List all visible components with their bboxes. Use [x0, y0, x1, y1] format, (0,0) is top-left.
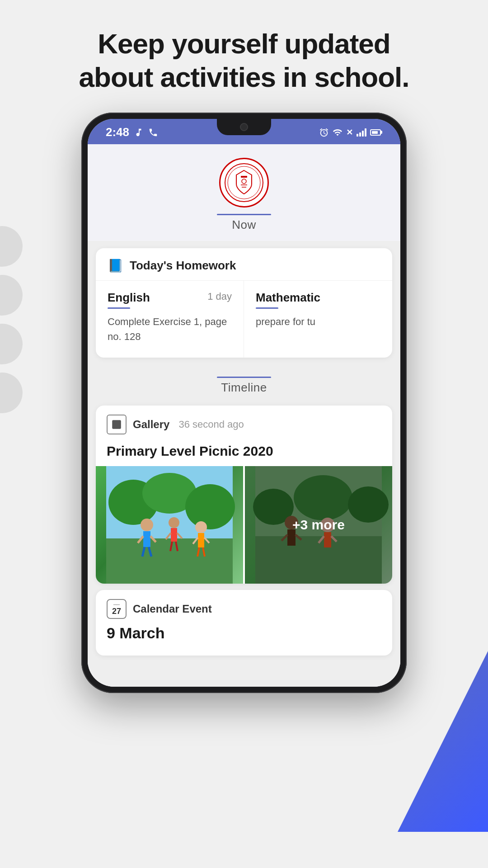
gallery-card[interactable]: Gallery 36 second ago Primary Level Picn…: [96, 406, 392, 584]
timeline-label: Timeline: [221, 381, 267, 395]
calendar-type: Calendar Event: [133, 603, 212, 615]
english-underline: [108, 307, 130, 309]
app-content: Now 📘 Today's Homework English: [88, 144, 400, 687]
svg-rect-2: [241, 176, 247, 178]
status-time: 2:48: [106, 125, 129, 139]
timeline-line: [217, 377, 271, 378]
phone-frame: 2:48 ✕: [81, 113, 407, 693]
bg-circle-2: [0, 275, 23, 316]
now-label: Now: [232, 218, 256, 232]
svg-point-3: [242, 179, 246, 184]
english-subject-header: English 1 day: [108, 291, 232, 309]
gallery-type: Gallery: [133, 418, 169, 431]
status-bar: 2:48 ✕: [88, 119, 400, 144]
photo-1-scene: [96, 466, 243, 584]
now-line: [217, 214, 271, 215]
math-subject-name: Mathematic: [256, 291, 320, 305]
school-emblem: [224, 162, 264, 203]
x-mark: ✕: [346, 127, 353, 137]
math-underline: [256, 307, 278, 309]
homework-icon: 📘: [108, 258, 123, 273]
gallery-title: Primary Level Picnic 2020: [96, 439, 392, 466]
svg-rect-10: [143, 531, 150, 547]
homework-card-header: 📘 Today's Homework: [96, 248, 392, 281]
gallery-card-header: Gallery 36 second ago: [96, 406, 392, 439]
homework-item-math[interactable]: Mathematic prepare for tu: [244, 281, 392, 358]
camera: [240, 123, 248, 131]
homework-item-english[interactable]: English 1 day Complete Exercise 1, page …: [96, 281, 244, 358]
alarm-icon: [319, 127, 329, 137]
math-subject-header: Mathematic: [256, 291, 380, 309]
bg-circles: [0, 226, 23, 413]
timeline-indicator: Timeline: [88, 369, 400, 399]
page-title: Keep yourself updated about activities i…: [36, 27, 452, 94]
gallery-time: 36 second ago: [178, 419, 244, 430]
bg-circle-4: [0, 373, 23, 413]
photo-grid: +3 more: [96, 466, 392, 584]
signal-bars: [357, 128, 366, 137]
status-left: 2:48: [106, 125, 158, 139]
notch: [217, 119, 271, 135]
homework-title: Today's Homework: [130, 259, 236, 273]
english-homework-text: Complete Exercise 1, page no. 128: [108, 314, 232, 344]
bg-triangle: [398, 651, 488, 832]
calendar-card-header: ── 27 Calendar Event: [107, 599, 381, 619]
svg-point-9: [141, 519, 153, 531]
bg-circle-1: [0, 226, 23, 267]
calendar-icon: ── 27: [107, 599, 127, 619]
timeline-section: Timeline Gallery 36 second ago Primary L…: [88, 365, 400, 666]
status-right: ✕: [319, 127, 382, 137]
music-icon: [134, 127, 144, 137]
school-section: Now: [88, 144, 400, 241]
school-logo: [219, 158, 269, 208]
svg-point-0: [225, 164, 263, 202]
svg-rect-8: [106, 538, 233, 584]
homework-card[interactable]: 📘 Today's Homework English 1 day C: [96, 248, 392, 358]
page-header: Keep yourself updated about activities i…: [0, 0, 488, 113]
photo-2[interactable]: +3 more: [245, 466, 392, 584]
photo-1[interactable]: [96, 466, 243, 584]
english-days: 1 day: [207, 291, 232, 302]
more-count-label: +3 more: [292, 517, 345, 533]
svg-rect-22: [198, 533, 204, 547]
phone-screen: 2:48 ✕: [88, 119, 400, 687]
more-overlay: +3 more: [245, 466, 392, 584]
bg-circle-3: [0, 324, 23, 364]
svg-point-21: [195, 521, 207, 533]
calendar-card[interactable]: ── 27 Calendar Event 9 March: [96, 590, 392, 656]
now-indicator: Now: [217, 214, 271, 232]
wifi-icon: [333, 127, 343, 137]
gallery-meta: Gallery 36 second ago: [133, 418, 244, 431]
homework-row: English 1 day Complete Exercise 1, page …: [96, 281, 392, 358]
calendar-date: 9 March: [107, 624, 381, 642]
svg-rect-16: [171, 528, 177, 542]
math-homework-text: prepare for tu: [256, 314, 380, 329]
battery-icon: [370, 129, 382, 136]
gallery-icon: [107, 415, 127, 434]
english-subject-name: English: [108, 291, 150, 305]
phone-icon: [148, 127, 158, 137]
svg-point-7: [185, 484, 235, 529]
svg-point-15: [169, 517, 179, 528]
